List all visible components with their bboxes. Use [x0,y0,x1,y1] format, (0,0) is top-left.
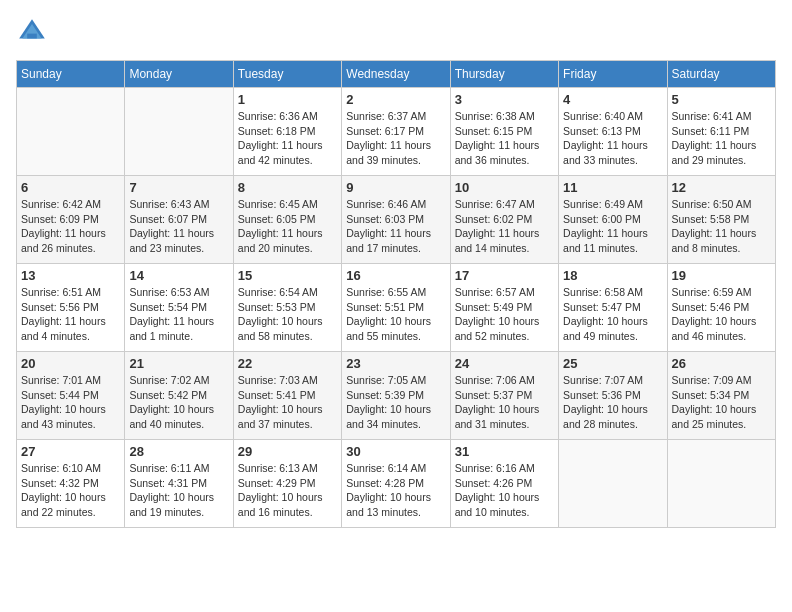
day-info: Sunrise: 6:50 AM Sunset: 5:58 PM Dayligh… [672,197,771,256]
calendar-day-cell: 16Sunrise: 6:55 AM Sunset: 5:51 PM Dayli… [342,264,450,352]
day-number: 4 [563,92,662,107]
day-info: Sunrise: 6:36 AM Sunset: 6:18 PM Dayligh… [238,109,337,168]
calendar-day-cell: 30Sunrise: 6:14 AM Sunset: 4:28 PM Dayli… [342,440,450,528]
day-number: 9 [346,180,445,195]
calendar-day-cell: 15Sunrise: 6:54 AM Sunset: 5:53 PM Dayli… [233,264,341,352]
day-info: Sunrise: 6:38 AM Sunset: 6:15 PM Dayligh… [455,109,554,168]
day-number: 24 [455,356,554,371]
day-info: Sunrise: 6:11 AM Sunset: 4:31 PM Dayligh… [129,461,228,520]
calendar-day-cell: 9Sunrise: 6:46 AM Sunset: 6:03 PM Daylig… [342,176,450,264]
calendar-day-cell: 1Sunrise: 6:36 AM Sunset: 6:18 PM Daylig… [233,88,341,176]
calendar-day-cell: 19Sunrise: 6:59 AM Sunset: 5:46 PM Dayli… [667,264,775,352]
day-of-week-header: Thursday [450,61,558,88]
day-info: Sunrise: 6:41 AM Sunset: 6:11 PM Dayligh… [672,109,771,168]
calendar-day-cell: 25Sunrise: 7:07 AM Sunset: 5:36 PM Dayli… [559,352,667,440]
day-number: 28 [129,444,228,459]
day-of-week-header: Saturday [667,61,775,88]
day-number: 17 [455,268,554,283]
calendar-day-cell: 27Sunrise: 6:10 AM Sunset: 4:32 PM Dayli… [17,440,125,528]
day-info: Sunrise: 7:02 AM Sunset: 5:42 PM Dayligh… [129,373,228,432]
calendar-day-cell: 4Sunrise: 6:40 AM Sunset: 6:13 PM Daylig… [559,88,667,176]
day-info: Sunrise: 6:43 AM Sunset: 6:07 PM Dayligh… [129,197,228,256]
calendar-week-row: 6Sunrise: 6:42 AM Sunset: 6:09 PM Daylig… [17,176,776,264]
day-of-week-header: Tuesday [233,61,341,88]
day-number: 25 [563,356,662,371]
calendar-header-row: SundayMondayTuesdayWednesdayThursdayFrid… [17,61,776,88]
day-number: 7 [129,180,228,195]
day-info: Sunrise: 6:47 AM Sunset: 6:02 PM Dayligh… [455,197,554,256]
calendar-day-cell: 8Sunrise: 6:45 AM Sunset: 6:05 PM Daylig… [233,176,341,264]
calendar-day-cell: 26Sunrise: 7:09 AM Sunset: 5:34 PM Dayli… [667,352,775,440]
day-of-week-header: Sunday [17,61,125,88]
day-info: Sunrise: 7:06 AM Sunset: 5:37 PM Dayligh… [455,373,554,432]
day-number: 13 [21,268,120,283]
calendar-day-cell: 17Sunrise: 6:57 AM Sunset: 5:49 PM Dayli… [450,264,558,352]
day-info: Sunrise: 6:55 AM Sunset: 5:51 PM Dayligh… [346,285,445,344]
calendar-day-cell: 13Sunrise: 6:51 AM Sunset: 5:56 PM Dayli… [17,264,125,352]
calendar-table: SundayMondayTuesdayWednesdayThursdayFrid… [16,60,776,528]
day-number: 21 [129,356,228,371]
day-number: 18 [563,268,662,283]
day-number: 20 [21,356,120,371]
day-info: Sunrise: 7:05 AM Sunset: 5:39 PM Dayligh… [346,373,445,432]
day-info: Sunrise: 6:57 AM Sunset: 5:49 PM Dayligh… [455,285,554,344]
page-header [16,16,776,48]
calendar-day-cell: 14Sunrise: 6:53 AM Sunset: 5:54 PM Dayli… [125,264,233,352]
day-number: 15 [238,268,337,283]
day-info: Sunrise: 6:45 AM Sunset: 6:05 PM Dayligh… [238,197,337,256]
day-info: Sunrise: 6:46 AM Sunset: 6:03 PM Dayligh… [346,197,445,256]
day-number: 6 [21,180,120,195]
calendar-week-row: 27Sunrise: 6:10 AM Sunset: 4:32 PM Dayli… [17,440,776,528]
day-number: 14 [129,268,228,283]
calendar-day-cell: 2Sunrise: 6:37 AM Sunset: 6:17 PM Daylig… [342,88,450,176]
day-number: 10 [455,180,554,195]
day-number: 31 [455,444,554,459]
calendar-week-row: 13Sunrise: 6:51 AM Sunset: 5:56 PM Dayli… [17,264,776,352]
calendar-day-cell [17,88,125,176]
day-info: Sunrise: 7:09 AM Sunset: 5:34 PM Dayligh… [672,373,771,432]
day-info: Sunrise: 6:42 AM Sunset: 6:09 PM Dayligh… [21,197,120,256]
calendar-day-cell [667,440,775,528]
calendar-day-cell: 24Sunrise: 7:06 AM Sunset: 5:37 PM Dayli… [450,352,558,440]
day-info: Sunrise: 6:37 AM Sunset: 6:17 PM Dayligh… [346,109,445,168]
day-info: Sunrise: 6:59 AM Sunset: 5:46 PM Dayligh… [672,285,771,344]
calendar-week-row: 20Sunrise: 7:01 AM Sunset: 5:44 PM Dayli… [17,352,776,440]
day-info: Sunrise: 6:10 AM Sunset: 4:32 PM Dayligh… [21,461,120,520]
day-number: 2 [346,92,445,107]
calendar-day-cell [559,440,667,528]
day-info: Sunrise: 7:03 AM Sunset: 5:41 PM Dayligh… [238,373,337,432]
calendar-day-cell: 23Sunrise: 7:05 AM Sunset: 5:39 PM Dayli… [342,352,450,440]
day-info: Sunrise: 6:16 AM Sunset: 4:26 PM Dayligh… [455,461,554,520]
day-number: 16 [346,268,445,283]
day-info: Sunrise: 6:40 AM Sunset: 6:13 PM Dayligh… [563,109,662,168]
calendar-day-cell: 6Sunrise: 6:42 AM Sunset: 6:09 PM Daylig… [17,176,125,264]
day-number: 19 [672,268,771,283]
calendar-day-cell: 31Sunrise: 6:16 AM Sunset: 4:26 PM Dayli… [450,440,558,528]
calendar-day-cell: 18Sunrise: 6:58 AM Sunset: 5:47 PM Dayli… [559,264,667,352]
calendar-day-cell: 20Sunrise: 7:01 AM Sunset: 5:44 PM Dayli… [17,352,125,440]
day-number: 1 [238,92,337,107]
day-number: 5 [672,92,771,107]
calendar-day-cell: 21Sunrise: 7:02 AM Sunset: 5:42 PM Dayli… [125,352,233,440]
day-info: Sunrise: 6:58 AM Sunset: 5:47 PM Dayligh… [563,285,662,344]
day-number: 12 [672,180,771,195]
day-info: Sunrise: 6:51 AM Sunset: 5:56 PM Dayligh… [21,285,120,344]
svg-rect-2 [27,34,37,39]
calendar-day-cell [125,88,233,176]
calendar-day-cell: 5Sunrise: 6:41 AM Sunset: 6:11 PM Daylig… [667,88,775,176]
calendar-week-row: 1Sunrise: 6:36 AM Sunset: 6:18 PM Daylig… [17,88,776,176]
day-number: 8 [238,180,337,195]
day-of-week-header: Wednesday [342,61,450,88]
calendar-day-cell: 29Sunrise: 6:13 AM Sunset: 4:29 PM Dayli… [233,440,341,528]
logo [16,16,52,48]
day-info: Sunrise: 7:01 AM Sunset: 5:44 PM Dayligh… [21,373,120,432]
day-number: 3 [455,92,554,107]
day-of-week-header: Monday [125,61,233,88]
day-info: Sunrise: 7:07 AM Sunset: 5:36 PM Dayligh… [563,373,662,432]
day-number: 11 [563,180,662,195]
day-of-week-header: Friday [559,61,667,88]
day-info: Sunrise: 6:49 AM Sunset: 6:00 PM Dayligh… [563,197,662,256]
calendar-day-cell: 28Sunrise: 6:11 AM Sunset: 4:31 PM Dayli… [125,440,233,528]
day-info: Sunrise: 6:53 AM Sunset: 5:54 PM Dayligh… [129,285,228,344]
day-info: Sunrise: 6:14 AM Sunset: 4:28 PM Dayligh… [346,461,445,520]
